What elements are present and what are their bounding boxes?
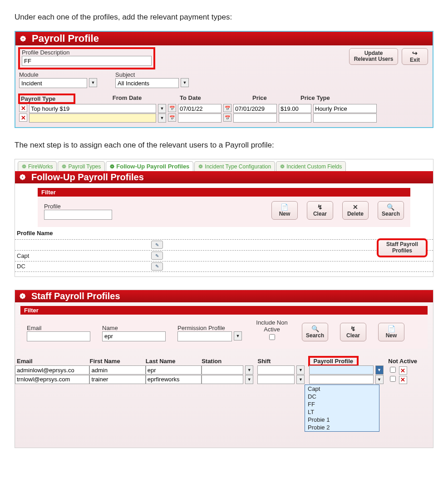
from-date-cell[interactable] [178, 104, 222, 113]
tab-incident-custom-fields[interactable]: ❁Incident Custom Fields [276, 161, 346, 171]
price-type-cell [313, 113, 377, 123]
name-filter-input[interactable] [102, 331, 166, 341]
dropdown-option[interactable]: Probie 1 [305, 416, 379, 424]
payroll-profile-dropdown[interactable]: Capt DC FF LT Probie 1 Probie 2 [305, 385, 379, 432]
search-icon: 🔍 [382, 203, 400, 211]
first-name-cell[interactable] [89, 375, 145, 384]
chevron-down-icon[interactable]: ▼ [375, 375, 384, 384]
dropdown-option[interactable]: Probie 2 [305, 424, 379, 431]
calendar-icon[interactable]: 📅 [168, 104, 176, 112]
dropdown-option[interactable]: FF [305, 400, 379, 408]
profile-row[interactable]: ✎ [15, 239, 433, 250]
search-button[interactable]: 🔍Search [302, 323, 328, 341]
calendar-icon[interactable]: 📅 [223, 104, 231, 112]
tab-payroll-types[interactable]: ❁Payroll Types [58, 161, 105, 171]
exit-button[interactable]: ↪ Exit [402, 48, 428, 65]
tab-incident-type-config[interactable]: ❁Incident Type Configuration [194, 161, 275, 171]
tab-fireworks[interactable]: ❁FireWorks [18, 161, 57, 171]
chevron-down-icon[interactable]: ▼ [89, 78, 97, 87]
not-active-checkbox[interactable] [390, 376, 396, 382]
followup-profiles-window: ❁FireWorks ❁Payroll Types ❁Follow-Up Pay… [15, 159, 433, 277]
chevron-down-icon[interactable]: ▼ [245, 375, 253, 384]
dropdown-option[interactable]: Capt [305, 385, 379, 393]
dropdown-option[interactable]: DC [305, 393, 379, 400]
new-icon: 📄 [276, 203, 294, 211]
calendar-icon[interactable]: 📅 [168, 113, 176, 122]
email-cell[interactable] [15, 365, 89, 375]
payroll-profile-cell[interactable] [309, 365, 374, 375]
first-name-cell[interactable] [89, 365, 145, 375]
delete-row-button[interactable]: ✕ [19, 113, 27, 122]
gear-icon: ❁ [18, 34, 27, 43]
window-titlebar: ❁ Staff Payroll Profiles [15, 290, 433, 302]
window-title: Staff Payroll Profiles [31, 291, 120, 301]
chevron-down-icon[interactable]: ▼ [375, 365, 384, 375]
col-header-shift: Shift [257, 357, 309, 365]
new-button[interactable]: 📄New [378, 323, 404, 341]
payroll-type-cell[interactable] [29, 104, 156, 113]
staff-payroll-profiles-button[interactable]: Staff Payroll Profiles [378, 239, 427, 256]
clear-button[interactable]: ↯Clear [340, 323, 366, 341]
delete-row-button[interactable]: ✕ [399, 376, 407, 384]
permission-filter-label: Permission Profile [177, 325, 242, 331]
search-button[interactable]: 🔍Search [378, 201, 404, 220]
include-non-active-checkbox[interactable] [269, 334, 275, 340]
to-date-cell[interactable] [233, 113, 277, 123]
price-cell[interactable] [279, 113, 311, 123]
chevron-down-icon[interactable]: ▼ [296, 365, 305, 375]
col-header-profile-name: Profile Name [15, 227, 433, 239]
clear-button[interactable]: ↯Clear [307, 201, 333, 220]
new-button[interactable]: 📄New [271, 201, 298, 220]
profile-row[interactable]: DC ✎ [15, 261, 433, 272]
email-cell[interactable] [15, 375, 89, 384]
col-header-to-date: To Date [180, 94, 252, 103]
last-name-cell[interactable] [146, 365, 202, 375]
chevron-down-icon[interactable]: ▼ [181, 78, 189, 87]
col-header-station: Station [202, 357, 257, 365]
edit-button[interactable]: ✎ [151, 262, 163, 271]
permission-filter-select[interactable] [177, 331, 232, 341]
module-select[interactable] [19, 78, 87, 88]
price-cell[interactable] [279, 104, 311, 113]
subject-select[interactable] [115, 78, 179, 88]
chevron-down-icon[interactable]: ▼ [245, 365, 253, 375]
tab-followup-payroll-profiles[interactable]: ❁Follow-Up Payroll Profiles [106, 161, 193, 171]
clear-icon: ↯ [344, 325, 362, 332]
dropdown-option[interactable]: LT [305, 408, 379, 416]
delete-button[interactable]: ✕Delete [342, 201, 369, 220]
not-active-checkbox[interactable] [390, 367, 396, 373]
chevron-down-icon[interactable]: ▼ [234, 331, 242, 340]
delete-row-button[interactable]: ✕ [399, 366, 407, 375]
window-titlebar: ❁ Follow-Up Payroll Profiles [15, 171, 433, 183]
shift-cell[interactable] [257, 365, 295, 375]
delete-icon: ✕ [346, 203, 364, 211]
col-header-last-name: Last Name [146, 357, 202, 365]
new-icon: 📄 [382, 325, 400, 332]
email-filter-input[interactable] [27, 331, 90, 341]
last-name-cell[interactable] [146, 375, 202, 384]
chevron-down-icon[interactable]: ▼ [158, 104, 166, 113]
window-title: Follow-Up Payroll Profiles [31, 172, 144, 182]
profile-filter-input[interactable] [44, 210, 112, 220]
station-cell[interactable] [202, 375, 243, 384]
profile-description-input[interactable] [22, 56, 152, 66]
calendar-icon[interactable]: 📅 [223, 113, 231, 122]
station-cell[interactable] [202, 365, 243, 375]
profile-row[interactable]: Capt ✎ [15, 250, 433, 261]
chevron-down-icon[interactable]: ▼ [158, 113, 166, 123]
edit-button[interactable]: ✎ [151, 251, 163, 260]
from-date-cell[interactable] [178, 113, 222, 123]
instruction-text-2: The next step is to assign each one of t… [15, 141, 433, 150]
edit-button[interactable]: ✎ [151, 241, 163, 249]
chevron-down-icon[interactable]: ▼ [296, 375, 305, 384]
payroll-profile-cell[interactable] [309, 375, 374, 384]
delete-row-button[interactable]: ✕ [19, 104, 27, 112]
shift-cell[interactable] [257, 375, 295, 384]
gear-icon: ❁ [18, 291, 27, 301]
col-header-not-active: Not Active [388, 357, 433, 365]
include-non-active-label: Include Non Active [254, 319, 290, 333]
payroll-type-cell[interactable] [29, 113, 156, 123]
subject-label: Subject [115, 71, 189, 78]
update-relevant-users-button[interactable]: Update Relevant Users [349, 48, 398, 65]
to-date-cell[interactable] [233, 104, 277, 113]
